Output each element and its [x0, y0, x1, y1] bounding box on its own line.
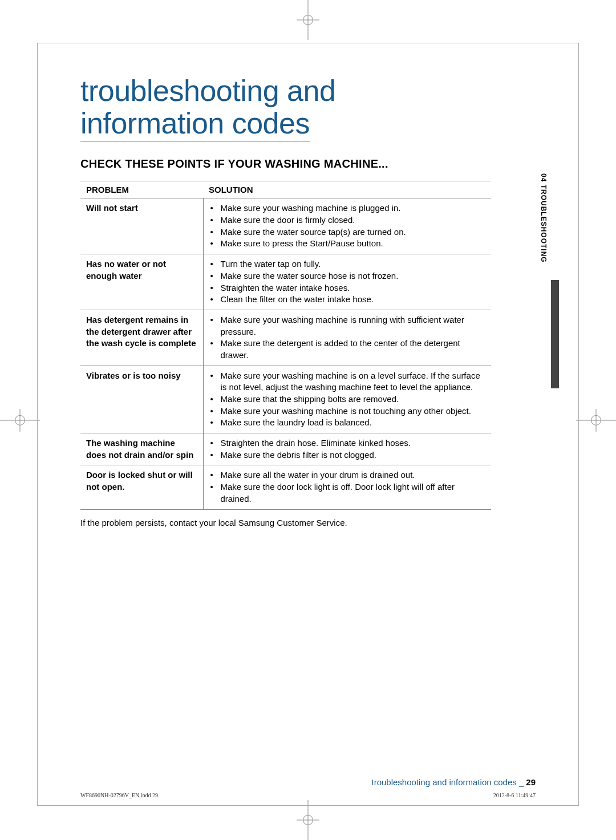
- solution-item: Straighten the drain hose. Eliminate kin…: [209, 437, 486, 449]
- table-row: The washing machine does not drain and/o…: [80, 433, 491, 465]
- indd-filename: WF8690NH-02796V_EN.indd 29: [80, 792, 158, 798]
- solution-item: Make sure the laundry load is balanced.: [209, 417, 486, 429]
- crop-mark-top: [297, 0, 319, 40]
- solution-item: Make sure your washing machine is not to…: [209, 405, 486, 417]
- solution-item: Make sure all the water in your drum is …: [209, 469, 486, 481]
- crop-mark-bottom: [297, 800, 319, 840]
- solution-cell: Straighten the drain hose. Eliminate kin…: [203, 433, 491, 465]
- solution-item: Turn the water tap on fully.: [209, 258, 486, 270]
- problem-cell: Door is locked shut or will not open.: [80, 465, 203, 509]
- solution-item: Clean the filter on the water intake hos…: [209, 294, 486, 306]
- page-title: troubleshooting and information codes: [80, 75, 536, 141]
- problem-cell: Vibrates or is too noisy: [80, 366, 203, 433]
- column-header-solution: SOLUTION: [203, 181, 491, 198]
- solution-item: Make sure the door is firmly closed.: [209, 214, 486, 226]
- table-row: Has detergent remains in the detergent d…: [80, 310, 491, 366]
- page-footer: troubleshooting and information codes _2…: [80, 777, 536, 787]
- solution-item: Straighten the water intake hoses.: [209, 282, 486, 294]
- solution-item: Make sure the door lock light is off. Do…: [209, 481, 486, 505]
- table-row: Has no water or not enough waterTurn the…: [80, 254, 491, 310]
- page-number: 29: [526, 777, 536, 787]
- solution-cell: Make sure all the water in your drum is …: [203, 465, 491, 509]
- solution-item: Make sure the detergent is added to the …: [209, 338, 486, 361]
- solution-item: Make sure the water source tap(s) are tu…: [209, 226, 486, 238]
- solution-cell: Turn the water tap on fully.Make sure th…: [203, 254, 491, 310]
- problem-cell: Will not start: [80, 198, 203, 254]
- solution-item: Make sure to press the Start/Pause butto…: [209, 238, 486, 250]
- footnote: If the problem persists, contact your lo…: [80, 518, 536, 527]
- solution-cell: Make sure your washing machine is plugge…: [203, 198, 491, 254]
- crop-mark-left: [0, 409, 40, 432]
- indd-timestamp: 2012-8-6 11:49:47: [493, 792, 536, 798]
- side-tab-bar: [551, 280, 559, 388]
- solution-item: Make sure the debris filter is not clogg…: [209, 449, 486, 461]
- solution-item: Make sure your washing machine is plugge…: [209, 202, 486, 214]
- table-header-row: PROBLEM SOLUTION: [80, 181, 491, 198]
- indd-footer: WF8690NH-02796V_EN.indd 29 2012-8-6 11:4…: [80, 792, 536, 798]
- page-content: troubleshooting and information codes CH…: [38, 43, 578, 805]
- section-heading: CHECK THESE POINTS IF YOUR WASHING MACHI…: [80, 157, 536, 171]
- title-line-2: information codes: [80, 107, 310, 141]
- solution-item: Make sure that the shipping bolts are re…: [209, 393, 486, 405]
- side-tab-label: 04 TROUBLESHOOTING: [540, 173, 548, 263]
- page-frame: troubleshooting and information codes CH…: [37, 43, 579, 806]
- crop-mark-right: [576, 409, 616, 432]
- problem-cell: Has detergent remains in the detergent d…: [80, 310, 203, 366]
- column-header-problem: PROBLEM: [80, 181, 203, 198]
- solution-item: Make sure your washing machine is on a l…: [209, 370, 486, 393]
- footer-text: troubleshooting and information codes _: [371, 777, 524, 787]
- title-line-1: troubleshooting and: [80, 74, 335, 107]
- table-row: Will not startMake sure your washing mac…: [80, 198, 491, 254]
- solution-cell: Make sure your washing machine is runnin…: [203, 310, 491, 366]
- problem-cell: Has no water or not enough water: [80, 254, 203, 310]
- table-row: Door is locked shut or will not open.Mak…: [80, 465, 491, 509]
- solution-item: Make sure the water source hose is not f…: [209, 270, 486, 282]
- troubleshooting-table: PROBLEM SOLUTION Will not startMake sure…: [80, 181, 491, 509]
- solution-item: Make sure your washing machine is runnin…: [209, 314, 486, 338]
- problem-cell: The washing machine does not drain and/o…: [80, 433, 203, 465]
- table-row: Vibrates or is too noisyMake sure your w…: [80, 366, 491, 433]
- solution-cell: Make sure your washing machine is on a l…: [203, 366, 491, 433]
